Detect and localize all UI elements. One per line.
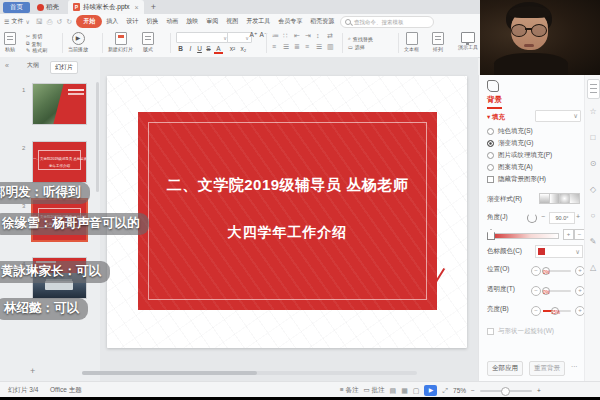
zoom-out-button[interactable]: − — [471, 387, 475, 394]
subscript-button[interactable]: x₂ — [239, 45, 248, 52]
gradient-stop-handle[interactable] — [487, 229, 495, 240]
play-from-current-button[interactable]: ▶ 当前播放 — [68, 32, 88, 52]
add-stop-button[interactable]: + — [563, 229, 574, 240]
select-button[interactable]: ▭选择 — [348, 44, 365, 50]
angle-decrease-button[interactable]: − — [541, 213, 545, 220]
strikethrough-button[interactable]: S — [204, 45, 213, 52]
slide-title-line2[interactable]: 大四学年工作介绍 — [138, 224, 437, 242]
sidebar-star-icon[interactable]: ☆ — [585, 107, 600, 116]
radio-solid-fill[interactable]: 纯色填充(S) — [487, 127, 533, 136]
zoom-in-button[interactable]: + — [537, 387, 541, 394]
reading-view-icon[interactable]: ▢ — [413, 387, 420, 395]
slide-title-line1[interactable]: 二、文学院2019级辅导员 丛杨老师 — [138, 176, 437, 195]
gradient-stops-bar[interactable] — [489, 233, 559, 239]
copy-button[interactable]: ⧉复制 — [26, 40, 42, 47]
tab-slides[interactable]: 幻灯片 — [50, 61, 78, 74]
tab-docer-resources[interactable]: 稻壳资源 — [306, 15, 338, 28]
checkbox-hide-background[interactable]: 隐藏背景图形(H) — [487, 175, 546, 184]
slide-editing-area[interactable]: 二、文学院2019级辅导员 丛杨老师 大四学年工作介绍 — [100, 57, 478, 381]
panel-scrollbar[interactable] — [96, 82, 99, 192]
tab-outline[interactable]: 大纲 — [27, 61, 39, 70]
zoom-slider-handle[interactable] — [501, 387, 510, 396]
slider-decrease-button[interactable]: − — [531, 286, 541, 296]
slide-layout-button[interactable]: 版式 — [142, 32, 154, 52]
slide-thumbnail-1[interactable] — [33, 84, 86, 124]
slide-page[interactable]: 二、文学院2019级辅导员 丛杨老师 大四学年工作介绍 — [107, 76, 467, 348]
fill-preset-dropdown[interactable]: ∨ — [535, 110, 581, 122]
slide-sorter-icon[interactable]: ▦ — [401, 387, 408, 395]
radio-gradient-fill[interactable]: 渐变填充(G) — [487, 139, 533, 148]
rotate-angle-icon[interactable] — [527, 213, 537, 223]
tab-insert[interactable]: 插入 — [102, 15, 122, 28]
tab-member[interactable]: 会员专享 — [274, 15, 306, 28]
tab-design[interactable]: 设计 — [122, 15, 142, 28]
sidebar-shape-icon[interactable]: □ — [585, 133, 600, 142]
slide-thumbnail-2[interactable]: 一、文学院2019级辅导员 丛杨老师 学年工作介绍 — [33, 142, 86, 182]
format-painter-button[interactable]: ✎格式刷 — [26, 47, 47, 53]
slideshow-play-button[interactable]: ▶ — [424, 385, 437, 396]
webcam-video[interactable] — [480, 0, 600, 75]
more-options-button[interactable]: ··· — [571, 363, 578, 370]
align-left-icon[interactable]: ≡ — [272, 43, 276, 50]
normal-view-icon[interactable]: ▤ — [390, 387, 397, 395]
tab-transition[interactable]: 切换 — [142, 15, 162, 28]
paste-button[interactable]: 粘贴 — [4, 32, 16, 52]
sidebar-triangle-icon[interactable]: △ — [585, 263, 600, 272]
bold-button[interactable]: B — [176, 45, 185, 52]
tab-devtools[interactable]: 开发工具 — [242, 15, 274, 28]
zoom-percentage[interactable]: 75% — [453, 387, 466, 394]
collapse-panel-icon[interactable]: « — [5, 62, 9, 69]
indent-decrease-icon[interactable]: ⇤ — [294, 32, 300, 40]
slider-decrease-button[interactable]: − — [531, 266, 541, 276]
increase-font-icon[interactable]: A⁺ — [249, 31, 258, 39]
superscript-button[interactable]: x² — [228, 45, 237, 52]
reset-background-button[interactable]: 重置背景 — [529, 361, 565, 376]
distribute-icon[interactable]: ☰ — [316, 43, 322, 51]
print-icon[interactable]: ⎙ — [47, 18, 53, 26]
font-color-button[interactable]: A — [214, 45, 223, 54]
indent-increase-icon[interactable]: ⇥ — [305, 32, 311, 40]
cut-button[interactable]: ✂剪切 — [26, 33, 42, 39]
tab-slideshow[interactable]: 放映 — [182, 15, 202, 28]
new-slide-button[interactable]: 新建幻灯片 — [108, 32, 133, 52]
gradient-style-option[interactable] — [569, 193, 580, 204]
present-tools-button[interactable]: 演示工具 — [458, 32, 478, 50]
red-rectangle-shape[interactable]: 二、文学院2019级辅导员 丛杨老师 大四学年工作介绍 — [138, 112, 437, 310]
redo-icon[interactable]: ↻ — [66, 18, 72, 26]
text-direction-icon[interactable]: ⇄ — [327, 32, 333, 40]
panel-list-button[interactable] — [587, 79, 600, 99]
stop-color-dropdown[interactable]: ∨ — [535, 245, 583, 258]
angle-value[interactable]: 90.0° — [549, 212, 575, 224]
columns-icon[interactable]: ▥ — [327, 43, 334, 51]
arrange-button[interactable]: 排列 — [432, 32, 444, 52]
tab-view[interactable]: 视图 — [222, 15, 242, 28]
sidebar-pin-icon[interactable]: ○ — [585, 211, 600, 220]
underline-button[interactable]: U — [195, 45, 204, 52]
comments-toggle[interactable]: ▭ 批注 — [364, 386, 385, 395]
notes-toggle[interactable]: ≡ 备注 — [340, 386, 359, 395]
find-replace-button[interactable]: ⌕查找替换 — [348, 35, 373, 42]
bullets-icon[interactable]: ≔ — [272, 32, 279, 40]
checkbox-rotate-with-shape[interactable]: 与形状一起旋转(W) — [487, 327, 554, 336]
save-icon[interactable]: 🖫 — [36, 18, 43, 26]
sidebar-pen-icon[interactable]: ✎ — [585, 237, 600, 246]
angle-increase-button[interactable]: + — [576, 213, 580, 220]
panel-title-background[interactable]: 背景 — [487, 95, 502, 109]
sidebar-diamond-icon[interactable]: ◇ — [585, 185, 600, 194]
textbox-button[interactable]: 文本框 — [404, 32, 419, 52]
scrollbar-thumb[interactable] — [82, 371, 257, 375]
home-tab[interactable]: 首页 — [3, 2, 30, 13]
justify-icon[interactable]: ≡ — [305, 43, 309, 50]
align-right-icon[interactable]: ≣ — [294, 43, 300, 51]
apply-all-button[interactable]: 全部应用 — [487, 361, 523, 376]
tab-animation[interactable]: 动画 — [162, 15, 182, 28]
horizontal-scrollbar[interactable] — [82, 371, 417, 375]
slider-decrease-button[interactable]: − — [531, 306, 541, 316]
close-tab-icon[interactable]: × — [135, 4, 139, 11]
fill-section-header[interactable]: ▾ 填充 — [487, 113, 505, 122]
file-menu-button[interactable]: ☰ 文件 ∨ — [4, 17, 30, 26]
radio-picture-fill[interactable]: 图片或纹理填充(P) — [487, 151, 552, 160]
tab-home[interactable]: 开始 — [76, 15, 102, 28]
add-slide-button[interactable]: + — [30, 366, 35, 376]
document-tab[interactable]: P 持续家长会.pptx × — [68, 0, 144, 14]
